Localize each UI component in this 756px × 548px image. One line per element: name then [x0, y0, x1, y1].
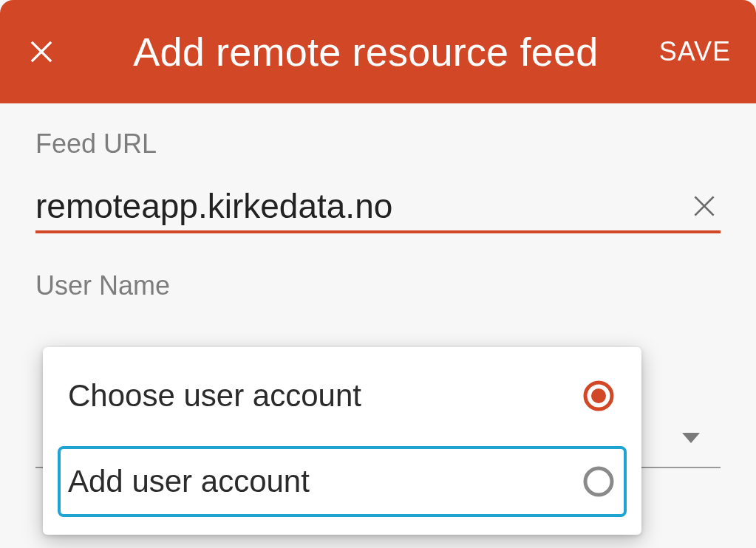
svg-point-5: [591, 388, 606, 403]
feed-url-input[interactable]: [35, 186, 688, 226]
form-area: Feed URL User Name Choose user account A…: [0, 103, 756, 301]
chevron-down-icon: [682, 433, 700, 443]
option-label: Choose user account: [68, 378, 361, 414]
user-account-options-panel: Choose user account Add user account: [43, 347, 641, 535]
option-choose-user-account[interactable]: Choose user account: [58, 360, 627, 431]
svg-point-6: [585, 468, 612, 495]
app-bar: Add remote resource feed SAVE: [0, 0, 756, 103]
radio-unselected-icon: [582, 465, 615, 498]
option-label: Add user account: [68, 464, 310, 499]
close-button[interactable]: [15, 25, 68, 78]
save-button[interactable]: SAVE: [656, 29, 734, 75]
feed-url-field[interactable]: [35, 186, 721, 233]
screen-title: Add remote resource feed: [68, 29, 656, 75]
close-icon: [29, 39, 54, 64]
user-name-label: User Name: [35, 270, 721, 301]
feed-url-label: Feed URL: [35, 129, 721, 160]
option-add-user-account[interactable]: Add user account: [58, 446, 627, 517]
clear-icon: [691, 193, 718, 219]
clear-feed-url-button[interactable]: [688, 190, 721, 222]
radio-selected-icon: [582, 380, 615, 412]
